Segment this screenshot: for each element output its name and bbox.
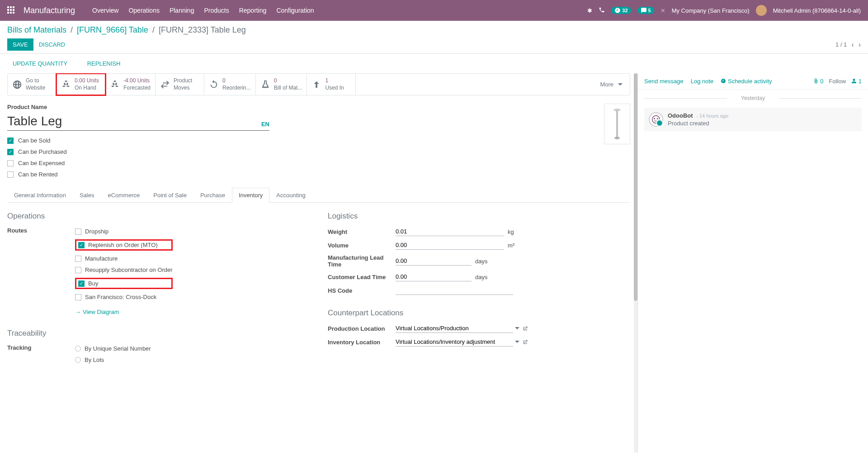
prod-loc-input[interactable] [396, 324, 513, 333]
top-navbar: Manufacturing Overview Operations Planni… [0, 0, 868, 21]
nav-products[interactable]: Products [204, 7, 229, 14]
globe-icon [12, 80, 22, 90]
boxes-icon [61, 80, 71, 90]
follow-button[interactable]: Follow [829, 78, 846, 85]
route-dropship[interactable] [75, 228, 81, 235]
action-bar: UPDATE QUANTITY REPLENISH [0, 54, 868, 73]
route-crossdock[interactable] [75, 294, 81, 300]
breadcrumb-root[interactable]: Bills of Materials [7, 25, 66, 34]
schedule-activity-button[interactable]: Schedule activity [721, 78, 772, 85]
discard-button[interactable]: DISCARD [33, 38, 71, 51]
external-link-icon[interactable] [522, 339, 528, 345]
message-author: OdooBot [668, 112, 693, 119]
external-link-icon[interactable] [522, 326, 528, 332]
message: OdooBot - 14 hours ago Product created [644, 108, 862, 131]
nav-configuration[interactable]: Configuration [276, 7, 314, 14]
mlt-input[interactable] [396, 256, 472, 266]
tracking-lots[interactable] [75, 357, 81, 363]
route-mto[interactable] [78, 242, 85, 248]
attachments[interactable]: 0 [813, 78, 824, 85]
arrow-up-icon [311, 80, 321, 90]
product-name-label: Product Name [7, 104, 595, 110]
stat-more[interactable]: More [593, 74, 630, 95]
apps-icon[interactable] [7, 6, 15, 14]
check-expensed[interactable] [7, 160, 14, 166]
route-manufacture[interactable] [75, 256, 81, 262]
counterpart-title: Counterpart Locations [328, 309, 630, 318]
clt-input[interactable] [396, 272, 472, 281]
chatter: Send message Log note Schedule activity … [637, 73, 868, 452]
tab-accounting[interactable]: Accounting [269, 188, 312, 202]
scrollbar[interactable] [634, 73, 637, 301]
caret-down-icon [618, 82, 623, 87]
tab-sales[interactable]: Sales [73, 188, 101, 202]
close-icon[interactable]: ✕ [660, 7, 665, 14]
bug-icon[interactable]: ✱ [587, 7, 592, 14]
update-quantity-button[interactable]: UPDATE QUANTITY [7, 57, 73, 70]
breadcrumb-parent[interactable]: [FURN_9666] Table [77, 25, 148, 34]
form-area: Go toWebsite 0.00 UnitsOn Hand -4.00 Uni… [0, 73, 637, 452]
breadcrumb-current: [FURN_2333] Table Leg [159, 25, 246, 34]
chat-badge[interactable]: 5 [637, 7, 654, 14]
tracking-serial[interactable] [75, 346, 81, 352]
tabs: General Information Sales eCommerce Poin… [7, 188, 630, 203]
log-note-button[interactable]: Log note [691, 78, 714, 85]
flask-icon [260, 80, 270, 90]
phone-icon[interactable] [599, 7, 605, 14]
nav-planning[interactable]: Planning [170, 7, 194, 14]
user-name[interactable]: Mitchell Admin (8706864-14-0-all) [773, 7, 861, 14]
clock-badge[interactable]: 32 [611, 7, 631, 14]
product-image[interactable] [604, 104, 630, 144]
nav-operations[interactable]: Operations [128, 7, 159, 14]
check-sold[interactable] [7, 138, 14, 144]
view-diagram-link[interactable]: →View Diagram [75, 309, 173, 315]
avatar[interactable] [756, 5, 767, 16]
stat-website[interactable]: Go toWebsite [8, 74, 57, 95]
message-time: - 14 hours ago [696, 113, 728, 119]
save-button[interactable]: SAVE [7, 38, 33, 51]
control-bar: Bills of Materials / [FURN_9666] Table /… [0, 21, 868, 54]
weight-input[interactable] [396, 227, 504, 236]
volume-input[interactable] [396, 241, 504, 250]
tab-general[interactable]: General Information [7, 188, 73, 202]
traceability-title: Traceability [7, 329, 310, 338]
operations-title: Operations [7, 212, 310, 221]
pager-prev[interactable]: ‹ [851, 41, 854, 49]
dropdown-icon[interactable] [515, 340, 519, 344]
company-name[interactable]: My Company (San Francisco) [672, 7, 750, 14]
stat-buttons: Go toWebsite 0.00 UnitsOn Hand -4.00 Uni… [7, 73, 630, 95]
svg-point-5 [657, 119, 658, 119]
pager-text: 1 / 1 [835, 41, 847, 48]
dropdown-icon[interactable] [515, 326, 519, 331]
lang-badge[interactable]: EN [261, 121, 269, 128]
product-name-input[interactable] [7, 112, 261, 130]
stat-moves[interactable]: ProductMoves [156, 74, 204, 95]
stat-onhand[interactable]: 0.00 UnitsOn Hand [57, 74, 105, 95]
pager-next[interactable]: › [859, 41, 861, 49]
check-purchased[interactable] [7, 149, 14, 155]
followers[interactable]: 1 [851, 78, 862, 85]
brand-title: Manufacturing [24, 6, 75, 15]
stat-reordering[interactable]: 0Reorderin... [204, 74, 256, 95]
stat-forecast[interactable]: -4.00 UnitsForecasted [105, 74, 156, 95]
chatter-date-separator: Yesterday [644, 95, 862, 101]
inv-loc-input[interactable] [396, 337, 513, 347]
check-rented[interactable] [7, 171, 14, 178]
tab-pos[interactable]: Point of Sale [146, 188, 193, 202]
stat-usedin[interactable]: 1Used In [307, 74, 356, 95]
send-message-button[interactable]: Send message [644, 78, 684, 85]
stat-bom[interactable]: 0Bill of Mat... [256, 74, 307, 95]
replenish-button[interactable]: REPLENISH [82, 57, 126, 70]
route-buy[interactable] [78, 280, 85, 287]
nav-overview[interactable]: Overview [92, 7, 118, 14]
route-buy-highlight: Buy [75, 278, 173, 289]
tab-ecommerce[interactable]: eCommerce [101, 188, 146, 202]
hs-input[interactable] [396, 286, 513, 295]
svg-point-3 [652, 116, 660, 124]
nav-reporting[interactable]: Reporting [239, 7, 267, 14]
bot-avatar [649, 112, 663, 127]
tab-inventory[interactable]: Inventory [232, 188, 269, 203]
route-resupply[interactable] [75, 267, 81, 273]
tab-purchase[interactable]: Purchase [193, 188, 232, 202]
route-mto-highlight: Replenish on Order (MTO) [75, 239, 173, 251]
